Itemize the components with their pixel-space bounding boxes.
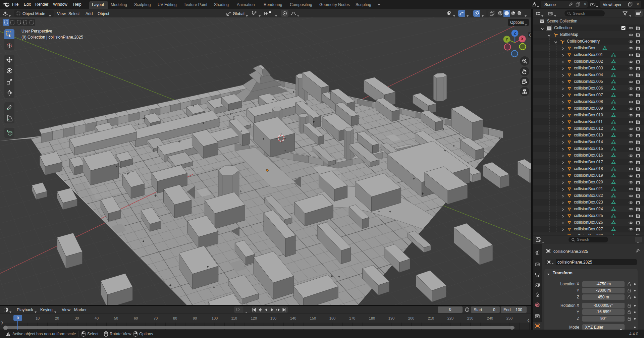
svg-text:Z: Z bbox=[514, 31, 516, 35]
